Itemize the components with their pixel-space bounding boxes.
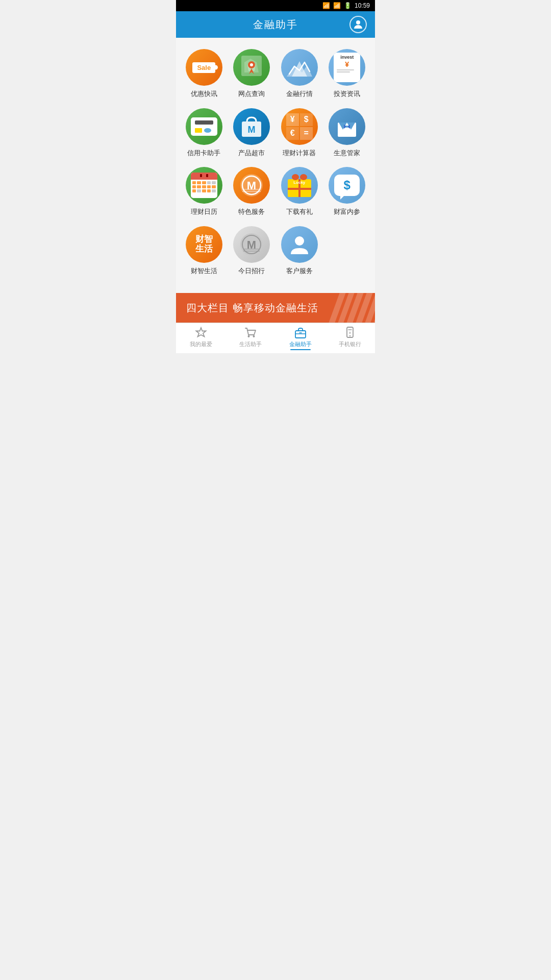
svg-point-26	[253, 335, 255, 337]
nav-favorites-underline	[191, 349, 211, 350]
nav-mobile-underline	[340, 349, 360, 350]
product-label: 产品超市	[238, 149, 265, 157]
mobile-pay-icon: ¥	[343, 326, 357, 339]
header: 金融助手	[176, 11, 375, 38]
nav-mobile-label: 手机银行	[339, 340, 361, 348]
svg-text:M: M	[247, 179, 256, 192]
svg-point-3	[250, 63, 253, 66]
battery-icon: 🔋	[344, 2, 352, 9]
nav-life-label: 生活助手	[239, 340, 262, 348]
nav-life[interactable]: 生活助手	[226, 323, 276, 353]
banner-text: 四大栏目 畅享移动金融生活	[186, 301, 318, 315]
status-bar: 📶 📶 🔋 10:59	[176, 0, 375, 11]
bottom-nav: 我的最爱 生活助手 金融助手 ¥ 手机银行	[176, 323, 375, 353]
special-m-icon: M	[238, 172, 265, 199]
svg-rect-13	[346, 126, 348, 128]
nav-finance-underline	[290, 349, 311, 350]
sale-label: 优惠快讯	[191, 90, 217, 98]
svg-point-24	[295, 236, 304, 246]
cmb-logo-icon: M	[238, 231, 265, 258]
svg-point-0	[356, 20, 360, 24]
signal-icon: 📶	[333, 2, 341, 9]
briefcase-icon	[294, 326, 307, 339]
invest-label: 投资资讯	[334, 90, 360, 98]
app-grid: Sale 优惠快讯 网点	[181, 46, 370, 278]
calc-label: 理财计算器	[283, 149, 316, 157]
nav-life-underline	[240, 349, 261, 350]
clock: 10:59	[355, 2, 370, 9]
grid-item-product[interactable]: M 产品超市	[229, 105, 275, 160]
calendar-icon	[191, 173, 217, 198]
caizhi-text-icon: 财智 生活	[195, 235, 213, 254]
customer-person-icon	[288, 233, 311, 256]
grid-item-lucky[interactable]: Lucky 下载有礼	[277, 164, 322, 219]
nav-finance-label: 金融助手	[289, 340, 312, 348]
wealth-label: 财富内参	[334, 208, 360, 216]
credit-card-icon	[191, 117, 217, 136]
grid-item-location[interactable]: 网点查询	[229, 46, 275, 101]
grid-item-calendar[interactable]: 理财日历	[181, 164, 227, 219]
gift-icon: Lucky	[288, 174, 311, 197]
grid-item-sale[interactable]: Sale 优惠快讯	[181, 46, 227, 101]
nav-favorites-label: 我的最爱	[190, 340, 212, 348]
grid-item-cmb[interactable]: M 今日招行	[229, 223, 275, 278]
grid-item-wealth[interactable]: $ 财富内参	[324, 164, 370, 219]
wealth-chat-icon: $	[334, 175, 360, 196]
invest-paper-icon: invest ¥	[334, 53, 360, 82]
main-content: Sale 优惠快讯 网点	[176, 38, 375, 293]
market-label: 金融行情	[286, 90, 313, 98]
location-map-icon	[240, 55, 263, 80]
location-label: 网点查询	[238, 90, 265, 98]
grid-item-credit[interactable]: 信用卡助手	[181, 105, 227, 160]
svg-rect-27	[295, 331, 306, 338]
nav-favorites[interactable]: 我的最爱	[176, 323, 226, 353]
special-label: 特色服务	[238, 208, 265, 216]
grid-item-biz[interactable]: 生意管家	[324, 105, 370, 160]
calendar-label: 理财日历	[191, 208, 217, 216]
svg-point-25	[248, 335, 250, 337]
grid-item-invest[interactable]: invest ¥ 投资资讯	[324, 46, 370, 101]
customer-label: 客户服务	[286, 267, 313, 275]
caizhi-label: 财智生活	[191, 267, 217, 275]
avatar-button[interactable]	[349, 16, 367, 33]
credit-label: 信用卡助手	[187, 149, 220, 157]
product-bag-icon: M	[239, 113, 264, 140]
page-title: 金融助手	[253, 18, 298, 32]
grid-item-market[interactable]: 金融行情	[277, 46, 322, 101]
wifi-icon: 📶	[322, 2, 330, 9]
banner: 四大栏目 畅享移动金融生活	[176, 293, 375, 323]
svg-text:¥: ¥	[349, 331, 352, 334]
nav-mobile[interactable]: ¥ 手机银行	[325, 323, 375, 353]
grid-item-calc[interactable]: ¥ $ € = 理财计算器	[277, 105, 322, 160]
nav-finance[interactable]: 金融助手	[276, 323, 325, 353]
grid-item-caizhi[interactable]: 财智 生活 财智生活	[181, 223, 227, 278]
grid-item-special[interactable]: M 特色服务	[229, 164, 275, 219]
biz-suit-icon	[334, 113, 360, 140]
cmb-label: 今日招行	[238, 267, 265, 275]
grid-item-customer[interactable]: 客户服务	[277, 223, 322, 278]
star-icon	[194, 326, 208, 339]
svg-text:M: M	[248, 125, 256, 135]
market-chart-icon	[287, 56, 312, 79]
lucky-label: 下载有礼	[286, 208, 313, 216]
svg-point-31	[349, 335, 350, 336]
biz-label: 生意管家	[334, 149, 360, 157]
cart-icon	[244, 326, 257, 339]
calc-grid-icon: ¥ $ € =	[286, 113, 313, 140]
banner-decoration	[329, 293, 375, 323]
